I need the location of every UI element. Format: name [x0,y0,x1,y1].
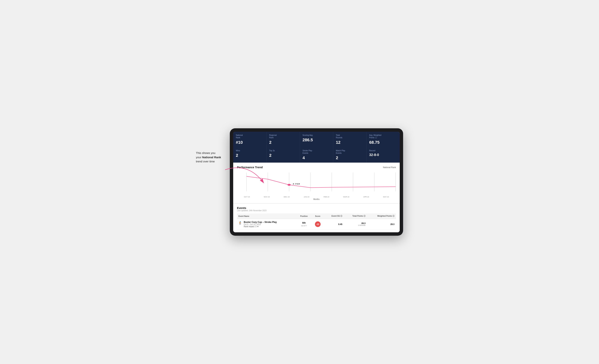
events-table: Event Name Position Score Event SG ⓘ Tot… [237,213,396,230]
table-header-row: Event Name Position Score Event SG ⓘ Tot… [237,213,396,219]
col-event-name: Event Name [237,213,297,219]
stat-scoring-avg: Scoring Avg. 286.5 [300,132,333,147]
stat-match-play-events: Match PlayEvents 2 [333,147,366,163]
stat-avg-weighted-points: Avg. WeightedPoints ⓘ 68.75 [367,132,400,147]
performance-title: Performance Trend [237,166,263,169]
chart-x-labels: OCT 23 NOV 23 DEC 23 JAN 24 FEB 24 MAR 2… [237,195,396,198]
stat-total-rounds: TotalRounds 12 [333,132,366,147]
event-name-cell: 🏌️ Buster Cozy Cup – Stroke Play Oct 9 -… [237,219,297,230]
svg-text:● #10: ● #10 [292,183,300,185]
event-position: 6th out of 7 [297,219,312,230]
stat-stroke-play-events: Stroke PlayEvents 4 [300,147,333,163]
chart-x-axis-title: Months [237,198,396,200]
stat-record: Record 32-8-0 [367,147,400,163]
score-badge: -22 [315,221,321,227]
event-weighted-points: 28.3 [367,219,396,230]
chart-svg: ● #10 [237,171,396,195]
event-sg: 0.45 [324,219,344,230]
rank-impact: Rank Impact: 3 ▼ [244,225,277,228]
event-total-points: 28.3 3 Rounds [344,219,367,230]
event-name: Buster Cozy Cup – Stroke Play [244,221,277,223]
annotation-text: This shows you your National Rank trend … [196,151,221,164]
col-total-points: Total Points ⓘ [344,213,367,219]
stat-top3s: Top 3s 2 [266,147,300,163]
event-icon: 🏌️ [238,221,242,225]
performance-rank-label: National Rank [383,166,396,169]
event-score: -22 [312,219,324,230]
tablet-frame: NationalRank #10 RegionalRank 2 Scoring … [230,128,403,236]
events-section: Events Last updated: 24th November 2023 … [233,204,400,232]
col-weighted-points: Weighted Points ⓘ [367,213,396,219]
stats-row-2: Wins 2 Top 3s 2 Stroke PlayEvents 4 Matc… [233,147,400,163]
stats-row-1: NationalRank #10 RegionalRank 2 Scoring … [233,132,400,147]
table-row: 🏌️ Buster Cozy Cup – Stroke Play Oct 9 -… [237,219,396,230]
col-position: Position [297,213,312,219]
svg-point-9 [287,184,291,186]
col-event-sg: Event SG ⓘ [324,213,344,219]
stat-regional-rank: RegionalRank 2 [266,132,300,147]
event-date: Oct 9 - Oct 10, 2023 [244,223,277,225]
performance-section: Performance Trend National Rank [233,163,400,203]
tablet-screen: NationalRank #10 RegionalRank 2 Scoring … [233,132,400,232]
stat-wins: Wins 2 [233,147,266,163]
events-last-updated: Last updated: 24th November 2023 [237,210,396,212]
col-score: Score [312,213,324,219]
performance-chart: ● #10 [237,171,396,195]
events-title: Events [237,206,396,210]
stat-national-rank: NationalRank #10 [233,132,266,147]
